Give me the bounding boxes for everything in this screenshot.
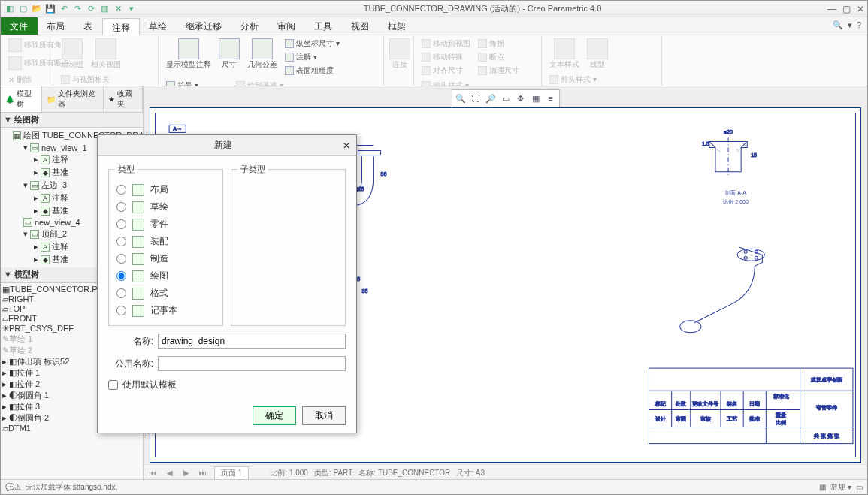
name-label: 名称: [108,335,153,348]
tab-table[interactable]: 表 [74,17,102,35]
close-window-icon[interactable]: ✕ [857,4,864,14]
qat-dropdown-icon[interactable]: ▾ [126,3,138,15]
use-default-checkbox[interactable] [108,380,118,390]
tab-view[interactable]: 视图 [342,17,379,35]
svg-line-20 [711,143,714,146]
type-legend: 类型 [115,164,138,175]
common-name-label: 公用名称: [108,358,153,370]
subtype-fieldset: 子类型 [231,164,346,326]
svg-text:审核: 审核 [700,416,711,422]
type-option-format[interactable]: 格式 [115,285,216,302]
tab-frame[interactable]: 框架 [379,17,416,35]
svg-text:批准: 批准 [749,416,760,421]
zoom-in-icon[interactable]: 🔍 [454,92,467,105]
qat-new-icon[interactable]: ▢ [17,3,29,15]
search-icon[interactable]: 🔍 [833,20,843,32]
qat-regen-icon[interactable]: ⟳ [85,3,97,15]
zoom-fit-icon[interactable]: ⛶ [469,92,482,105]
qat-undo-icon[interactable]: ↶ [58,3,70,15]
svg-text:36: 36 [381,171,387,177]
svg-text:35: 35 [361,288,367,294]
qat-windows-icon[interactable]: ▥ [98,3,110,15]
type-option-notebook[interactable]: 记事本 [115,302,216,319]
tab-review[interactable]: 审阅 [268,17,305,35]
tab-analyze[interactable]: 分析 [231,17,268,35]
rb-connect: 连接 [389,37,411,71]
tab-layout[interactable]: 布局 [38,17,74,35]
app-icon: ◧ [4,3,16,15]
qat-redo-icon[interactable]: ↷ [71,3,83,15]
nav-next-icon[interactable]: ▶ [181,469,192,477]
status-scale: 比例: 1.000 [270,468,308,478]
rb-related-view: 相关视图 [88,37,124,71]
rb-surf[interactable]: 表面粗糙度 [282,64,343,77]
svg-text:比例: 比例 [776,420,786,425]
rb-gtol[interactable]: 几何公差 [244,37,280,71]
geom-icon[interactable]: ▦ [819,483,826,491]
lp-tab-fav[interactable]: ★收藏夹 [104,86,143,112]
tab-file[interactable]: 文件 [1,17,38,35]
tab-tools[interactable]: 工具 [305,17,342,35]
svg-point-53 [680,321,701,333]
tree-icon: 🌲 [5,95,14,104]
options-icon[interactable]: ▾ [848,20,852,32]
maximize-icon[interactable]: ▢ [842,4,851,14]
rb-show-anno[interactable]: 显示模型注释 [163,37,214,71]
type-option-assembly[interactable]: 装配 [115,233,216,250]
lp-tab-folder[interactable]: 📁文件夹浏览器 [42,86,104,112]
tab-inherit[interactable]: 继承迁移 [177,17,231,35]
status-name: 名称: TUBE_CONNECTOR [358,468,450,478]
qat-close-icon[interactable]: ✕ [112,3,124,15]
tab-annotate[interactable]: 注释 [102,18,140,35]
pan-icon[interactable]: ✥ [514,92,528,105]
cancel-button[interactable]: 取消 [302,406,346,425]
zoom-out-icon[interactable]: 🔎 [484,92,498,105]
nav-first-icon[interactable]: ⏮ [148,469,159,477]
box-select-icon[interactable]: ▭ [499,92,513,105]
rb-delete: ✕删除 [5,73,35,86]
svg-text:日期: 日期 [749,401,760,406]
tab-sketch[interactable]: 草绘 [140,17,177,35]
svg-text:1.5: 1.5 [702,141,709,146]
svg-rect-14 [358,151,380,155]
svg-point-57 [755,256,758,259]
dialog-close-icon[interactable]: ✕ [343,140,350,151]
display-icon[interactable]: ▭ [856,483,863,491]
bottom-bar: 💬 ⚠ 无法加载字体 stfangso.ndx。 ▦ 常规 ▾ ▭ [1,479,867,494]
type-option-mfg[interactable]: 制造 [115,250,216,267]
drawing-tree-header: ▼ 绘图树 [1,113,143,128]
type-option-layout[interactable]: 布局 [115,181,216,198]
qat-open-icon[interactable]: 📂 [31,3,43,15]
svg-text:标准化: 标准化 [773,394,789,399]
qat-save-icon[interactable]: 💾 [44,3,56,15]
nav-prev-icon[interactable]: ◀ [165,469,175,477]
minimize-icon[interactable]: — [827,4,836,14]
sheet-tab[interactable]: 页面 1 [214,466,249,480]
rb-break: 断点 [475,50,522,64]
rb-ord-dim[interactable]: 纵坐标尺寸 ▾ [282,37,343,50]
common-name-input[interactable] [158,356,346,371]
svg-text:剖面 A-A: 剖面 A-A [725,190,746,195]
help-icon[interactable]: ? [857,20,861,32]
layers-icon[interactable]: ≡ [544,92,558,105]
ok-button[interactable]: 确定 [253,406,296,425]
ribbon-tabs: 文件 布局 表 注释 草绘 继承迁移 分析 审阅 工具 视图 框架 🔍 ▾ ? [1,17,867,35]
svg-text:处数: 处数 [676,401,686,406]
rb-dimension[interactable]: 尺寸 [216,37,243,71]
rb-note[interactable]: 注解 ▾ [282,50,343,64]
lp-tab-modeltree[interactable]: 🌲模型树 [1,86,42,112]
svg-point-52 [737,249,764,261]
rb-cleanup: 清理尺寸 [475,64,522,77]
ribbon: 移除所有角度 移除所有断点 ✕删除 删除 绘制组 相关视图 与视图相关 与对象相… [1,35,867,86]
canvas-toolbar: 🔍 ⛶ 🔎 ▭ ✥ ▦ ≡ [452,89,560,107]
filter-dropdown[interactable]: 常规 ▾ [830,482,851,493]
type-option-part[interactable]: 零件 [115,216,216,233]
svg-text:审图: 审图 [676,416,686,421]
type-option-sketch[interactable]: 草绘 [115,198,216,216]
svg-text:签名: 签名 [727,401,737,406]
nav-last-icon[interactable]: ⏭ [198,469,208,477]
status-message: 无法加载字体 stfangso.ndx。 [26,482,122,493]
display-settings-icon[interactable]: ▦ [529,92,543,105]
name-input[interactable] [158,334,346,349]
type-option-drawing[interactable]: 绘图 [115,267,216,285]
